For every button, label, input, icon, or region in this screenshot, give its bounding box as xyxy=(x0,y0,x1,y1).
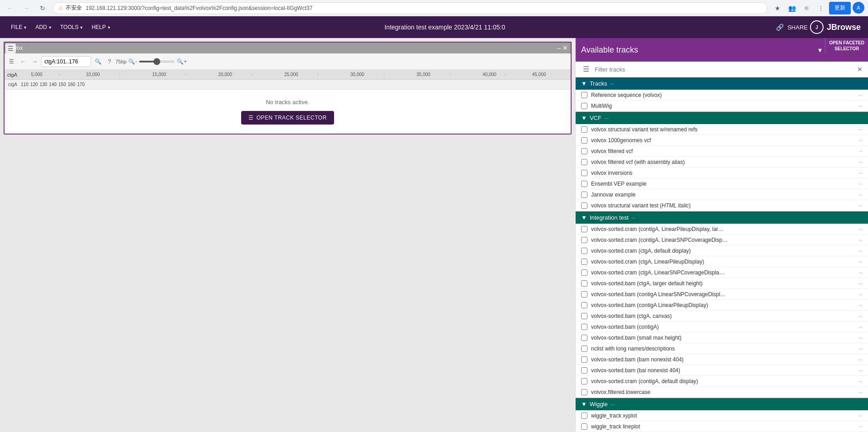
track-dots-vcf-vep[interactable]: ··· xyxy=(858,181,863,187)
track-checkbox-cram-ctgA-linearpileup[interactable] xyxy=(581,259,587,265)
bookmark-btn[interactable]: ★ xyxy=(771,2,784,14)
track-checkbox-vcf-sv-html[interactable] xyxy=(581,202,587,209)
forward-nav-btn[interactable]: → xyxy=(29,57,40,67)
sidebar-toggle-btn[interactable]: ☰ xyxy=(5,43,16,53)
track-checkbox-vcf-filtered[interactable] xyxy=(581,148,587,154)
category-tracks-dots[interactable]: ··· xyxy=(610,81,614,87)
zoom-in-btn[interactable]: 🔍+ xyxy=(177,58,187,65)
track-checkbox-bam-nonexist-bam[interactable] xyxy=(581,356,587,363)
track-dots-nclist-long[interactable]: ··· xyxy=(858,346,863,351)
file-menu-btn[interactable]: FILE ▾ xyxy=(7,22,30,32)
track-dots-vcf-filtered[interactable]: ··· xyxy=(858,149,863,154)
category-tracks-header[interactable]: ▼ Tracks ··· xyxy=(576,77,868,90)
track-checkbox-bam-nonexist-bai[interactable] xyxy=(581,367,587,374)
track-dots-vcf-1000g[interactable]: ··· xyxy=(858,138,863,143)
track-checkbox-vcf-filtered-alias[interactable] xyxy=(581,159,587,165)
tracks-panel-arrow-btn[interactable]: ▾ xyxy=(816,44,824,56)
track-dots-vcf-jannovar[interactable]: ··· xyxy=(858,192,863,197)
tracks-hamburger-btn[interactable]: ☰ xyxy=(581,64,591,74)
avatar-button[interactable]: A xyxy=(853,2,864,14)
category-integration-dots[interactable]: ··· xyxy=(631,215,636,221)
filter-tracks-input[interactable] xyxy=(595,66,853,73)
open-faceted-selector-btn[interactable]: OPEN FACETED SELECTOR xyxy=(825,38,868,53)
track-dots-bam-contigA-snp[interactable]: ··· xyxy=(858,292,863,297)
track-dots-cram-ctgA-linearsnp[interactable]: ··· xyxy=(858,270,863,275)
track-checkbox-nclist-long[interactable] xyxy=(581,346,587,352)
track-checkbox-wiggle-xyplot[interactable] xyxy=(581,413,587,419)
track-checkbox-cram-contigA-linear-snp[interactable] xyxy=(581,237,587,243)
track-name-bam-small-max: volvox-sorted.bam (small max height) xyxy=(591,335,855,341)
add-menu-btn[interactable]: ADD ▾ xyxy=(32,22,54,32)
category-integration-header[interactable]: ▼ Integration test ··· xyxy=(576,211,868,224)
track-checkbox-bam-contigA-pileup[interactable] xyxy=(581,302,587,308)
track-dots-bam-small-max[interactable]: ··· xyxy=(858,335,863,341)
track-checkbox-cram-ctgA-linearsnp[interactable] xyxy=(581,269,587,276)
tracks-list-btn[interactable]: ☰ xyxy=(6,57,17,67)
track-checkbox-ref-seq[interactable] xyxy=(581,92,587,98)
track-dots-bam-ctgA-canvas[interactable]: ··· xyxy=(858,313,863,319)
more-btn[interactable]: ⋮ xyxy=(815,2,827,14)
track-dots-bam-nonexist-bai[interactable]: ··· xyxy=(858,368,863,373)
track-checkbox-wiggle-lineplot[interactable] xyxy=(581,423,587,430)
track-dots-multiwig[interactable]: ··· xyxy=(858,103,863,109)
search-btn[interactable]: 🔍 xyxy=(92,57,104,67)
track-dots-vcf-filtered-alias[interactable]: ··· xyxy=(858,159,863,165)
track-dots-wiggle-lineplot[interactable]: ··· xyxy=(858,424,863,429)
track-checkbox-bam-contigA[interactable] xyxy=(581,324,587,330)
track-checkbox-vcf-1000g[interactable] xyxy=(581,137,587,144)
track-dots-volvox-filtered-lowercase[interactable]: ··· xyxy=(858,389,863,395)
coord-input[interactable] xyxy=(41,56,91,67)
track-dots-bam-contigA[interactable]: ··· xyxy=(858,324,863,330)
back-button[interactable]: ← xyxy=(4,2,16,14)
track-dots-wiggle-xyplot[interactable]: ··· xyxy=(858,413,863,418)
track-checkbox-cram-contigA-linear-pileup-lar[interactable] xyxy=(581,226,587,232)
share-label[interactable]: SHARE xyxy=(787,24,808,31)
track-checkbox-bam-ctgA-canvas[interactable] xyxy=(581,313,587,319)
track-dots-bam-nonexist-bam[interactable]: ··· xyxy=(858,357,863,362)
track-checkbox-vcf-sv-renamed[interactable] xyxy=(581,126,587,133)
forward-button[interactable]: → xyxy=(20,2,33,14)
category-vcf-header[interactable]: ▼ VCF ··· xyxy=(576,112,868,124)
track-dots-vcf-inversions[interactable]: ··· xyxy=(858,170,863,176)
panel-minimize-btn[interactable]: – xyxy=(557,45,561,51)
track-checkbox-vcf-jannovar[interactable] xyxy=(581,192,587,198)
panel-close-btn[interactable]: ✕ xyxy=(563,45,568,51)
track-dots-cram-contigA-linear-snp[interactable]: ··· xyxy=(858,237,863,243)
category-vcf-dots[interactable]: ··· xyxy=(604,115,609,121)
category-wiggle-dots[interactable]: ··· xyxy=(611,401,615,408)
tools-menu-btn[interactable]: TOOLS ▾ xyxy=(57,22,86,32)
track-dots-cram-ctgA-linearpileup[interactable]: ··· xyxy=(858,259,863,264)
ruler-arrow-8: › xyxy=(504,72,506,77)
track-dots-vcf-sv-renamed[interactable]: ··· xyxy=(858,127,863,132)
profile-btn[interactable]: 👥 xyxy=(786,2,798,14)
panel-controls: – ✕ xyxy=(557,45,568,51)
back-nav-btn[interactable]: ← xyxy=(18,57,29,67)
help-btn[interactable]: ? xyxy=(105,57,114,67)
track-dots-cram-contigA-default2[interactable]: ··· xyxy=(858,379,863,384)
track-checkbox-bam-contigA-snp[interactable] xyxy=(581,291,587,298)
track-checkbox-vcf-inversions[interactable] xyxy=(581,170,587,176)
filter-clear-btn[interactable]: ✕ xyxy=(857,66,863,73)
category-integration-test: ▼ Integration test ··· volvox-sorted.cra… xyxy=(576,211,868,398)
track-dots-bam-ctgA-larger[interactable]: ··· xyxy=(858,281,863,286)
track-dots-bam-contigA-pileup[interactable]: ··· xyxy=(858,302,863,308)
track-checkbox-cram-ctgA-default[interactable] xyxy=(581,248,587,254)
zoom-slider[interactable] xyxy=(139,61,175,62)
track-dots-vcf-sv-html[interactable]: ··· xyxy=(858,203,863,208)
track-dots-cram-contigA-linear-pileup-lar[interactable]: ··· xyxy=(858,226,863,232)
puzzle-btn[interactable]: ⚛ xyxy=(800,2,813,14)
open-track-selector-btn[interactable]: ☰ OPEN TRACK SELECTOR xyxy=(241,111,334,125)
track-dots-cram-ctgA-default[interactable]: ··· xyxy=(858,248,863,254)
zoom-out-btn[interactable]: 🔍- xyxy=(128,58,137,65)
update-button[interactable]: 更新 xyxy=(829,2,851,14)
reload-button[interactable]: ↻ xyxy=(36,2,49,14)
help-menu-btn[interactable]: HELP ▾ xyxy=(88,22,113,32)
category-wiggle-header[interactable]: ▼ Wiggle ··· xyxy=(576,398,868,410)
track-checkbox-cram-contigA-default2[interactable] xyxy=(581,378,587,384)
track-dots-ref-seq[interactable]: ··· xyxy=(858,92,863,98)
track-checkbox-bam-ctgA-larger[interactable] xyxy=(581,280,587,287)
track-checkbox-multiwig[interactable] xyxy=(581,103,587,109)
track-checkbox-vcf-vep[interactable] xyxy=(581,181,587,187)
track-checkbox-volvox-filtered-lowercase[interactable] xyxy=(581,389,587,395)
track-checkbox-bam-small-max[interactable] xyxy=(581,335,587,341)
